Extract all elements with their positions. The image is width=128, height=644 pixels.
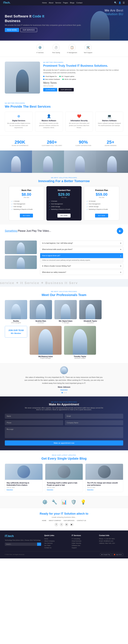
nav-link-blogs[interactable]: Blogs: [70, 2, 74, 4]
pricing-basic-features: 1 Domain Host Management 5GB Storage Mar…: [11, 200, 42, 211]
blog-read-more-2[interactable]: Read More: [47, 489, 81, 490]
join-title: JOIN OUR TEAM: [8, 329, 24, 332]
testimonial-avatar: [60, 366, 68, 374]
play-button[interactable]: ▶: [117, 228, 123, 234]
hero-btn-read-more[interactable]: READ MORE: [5, 28, 19, 32]
appt-desc: We never compromise office supplies. Our…: [24, 407, 104, 410]
ready-link-about[interactable]: ABOUT COMPANY: [49, 520, 61, 521]
footer-service-1: IT Consulting: [72, 538, 96, 540]
appt-name-input[interactable]: [5, 414, 63, 419]
social-linkedin[interactable]: in: [65, 522, 68, 526]
photo-person-2: [43, 156, 53, 172]
faq-item-3: How to logical driven job? ▴ Follow our …: [40, 253, 123, 262]
nav-logo[interactable]: ITech.: [3, 1, 10, 4]
service-icon-it-management[interactable]: 📋 IT Management: [66, 44, 78, 54]
faq-question-1[interactable]: Is it a bad beginner, Can I still follow…: [40, 241, 123, 246]
ready-link-services[interactable]: OUR SERVICES: [64, 520, 74, 521]
footer-col-links: Quick Links Home About Company Our Servi…: [44, 534, 68, 549]
service-icon-it-services[interactable]: ⚙️ IT Services: [34, 44, 46, 54]
test-dot-2[interactable]: [64, 392, 65, 393]
nav-link-home[interactable]: Home: [42, 2, 47, 4]
stat-satisfaction-label: CLIENT SATISFACTION: [75, 145, 91, 146]
appt-phone-input[interactable]: [5, 420, 63, 425]
about-btn-services[interactable]: OUR SERVICES: [58, 88, 74, 92]
team-card-ibrahim: Ibrahim Rais Developer: [30, 300, 52, 324]
blog-body-1: Stay sufficiently ahead bug to Undesirab…: [5, 480, 42, 492]
search-icon[interactable]: 🔍: [114, 2, 117, 4]
test-dot-3[interactable]: [66, 392, 66, 393]
service-card-starters[interactable]: 💻 Starters Software Starter software pac…: [95, 112, 123, 132]
blog-read-more-3[interactable]: Read More: [87, 489, 122, 490]
menu-icon[interactable]: ☰: [123, 2, 125, 4]
time-saving-icon: ⏱️: [52, 44, 60, 51]
app-badge-google[interactable]: ▶ Google Play: [100, 553, 112, 556]
pricing-basic-btn[interactable]: BUY NOW: [20, 214, 33, 218]
badge-dot-green: [59, 76, 61, 77]
faq-chevron-4: ▾: [120, 265, 121, 267]
ready-section: Ready for your IT Solution aitech to cre…: [0, 508, 128, 530]
ready-link-contact[interactable]: CONTACT US: [77, 520, 86, 521]
nav-link-service[interactable]: Service: [55, 2, 61, 4]
pricing-standard-btn[interactable]: BUY NOW: [58, 214, 71, 218]
about-btn-learn-more[interactable]: LEARN MORE: [43, 88, 57, 92]
faq-question-4[interactable]: A: What is Double Connect Writing Tool? …: [40, 264, 123, 268]
appointment-section: WE BEST SOLUTION PROVIDES Make An Appoin…: [0, 396, 128, 450]
social-facebook[interactable]: f: [54, 522, 58, 526]
ready-link-home[interactable]: HOME: [42, 520, 46, 521]
team-grid: Nusika UI/UX Designer Ibrahim Rais Devel…: [5, 300, 123, 324]
footer-search-input[interactable]: [5, 542, 37, 546]
team-avatar-ibrahim: [30, 300, 52, 319]
faq-item-5: What about our safety measures? ▾: [40, 270, 123, 275]
social-youtube[interactable]: ▶: [70, 522, 74, 526]
service-card-security[interactable]: ❤️ Information Security We secure your i…: [65, 112, 93, 132]
appt-company-input[interactable]: [65, 420, 123, 425]
faq-question-3[interactable]: How to logical driven job? ▴: [40, 253, 123, 258]
faq-question-2[interactable]: What technical skills would you give the…: [40, 247, 123, 252]
blog-title-1: Stay sufficiently ahead bug to Undesirab…: [6, 482, 41, 486]
partner-icon-3: 📊: [61, 500, 67, 505]
social-twitter[interactable]: t: [60, 522, 63, 526]
service-icon-tech-support[interactable]: 🛠️ Tech Support: [82, 44, 94, 54]
team-card-elizabeth: Elizabeth Taylor Consultant: [79, 300, 102, 324]
appt-message-input[interactable]: [5, 427, 123, 438]
appt-email-input[interactable]: [65, 414, 123, 419]
stat-awards: 25+ AWARD WINNING: [104, 140, 116, 146]
starters-software-desc: Starter software packages designed for s…: [98, 122, 121, 127]
nav-link-about[interactable]: About: [49, 2, 54, 4]
digital-services-desc: We provide excellent digital services fo…: [7, 122, 30, 129]
appt-row-2: [5, 420, 123, 425]
nav-link-contact[interactable]: Contact: [76, 2, 82, 4]
app-badge-apple[interactable]: 🍎 App Store: [112, 553, 123, 556]
masters-software-desc: Our software masters provide premium sof…: [37, 122, 61, 129]
pricing-standard-name: Standard Plan: [49, 189, 79, 192]
nav-link-pages[interactable]: Pages: [63, 2, 68, 4]
pricing-card-basic: Basic Plan $8.00 /Per /Mo 1 Domain Host …: [9, 186, 44, 220]
test-dot-1[interactable]: [62, 392, 63, 393]
footer-col-services: IT Services IT Consulting Cloud Services…: [72, 534, 96, 549]
ready-subtitle: create amazing business idea...: [5, 516, 123, 518]
stat-years-label: YEARS OF EXPERIENCE: [12, 145, 28, 146]
join-team-card[interactable]: JOIN OUR TEAM 80+ Member: [5, 326, 27, 338]
pricing-premium-btn[interactable]: BUY NOW: [95, 214, 108, 218]
photo-person-4: [107, 156, 117, 172]
stat-customers-number: 260+: [42, 140, 62, 145]
pricing-std-feat-1: 3 Domain: [49, 200, 79, 202]
appt-submit-button[interactable]: Make an appointment now: [5, 440, 123, 446]
blog-img-icon-3: [98, 465, 111, 478]
raianuj-name: Md.Raianuj Islam: [30, 356, 62, 358]
blog-read-more-1[interactable]: Read More: [6, 489, 41, 490]
join-count[interactable]: 80+ Member: [11, 332, 21, 334]
starters-software-icon: 💻: [98, 114, 121, 118]
service-icon-time-saving[interactable]: ⏱️ Time Saving: [50, 44, 62, 54]
user-icon[interactable]: 👤: [118, 2, 121, 4]
service-card-masters[interactable]: 👤 Masters Software Our software masters …: [35, 112, 63, 132]
apple-icon: 🍎: [114, 554, 115, 555]
testimonial-read-more[interactable]: Read More: [60, 389, 68, 390]
google-play-icon: ▶: [102, 554, 102, 555]
faq-question-5[interactable]: What about our safety measures? ▾: [40, 270, 123, 275]
hero-btn-services[interactable]: OUR SERVICES: [20, 28, 37, 32]
footer-search-button[interactable]: →: [37, 542, 41, 546]
footer-link-services: Our Services: [44, 542, 68, 544]
hero-person-silhouette: [90, 11, 110, 40]
service-card-digital[interactable]: ⊕ Digital Services We provide excellent …: [5, 112, 33, 132]
